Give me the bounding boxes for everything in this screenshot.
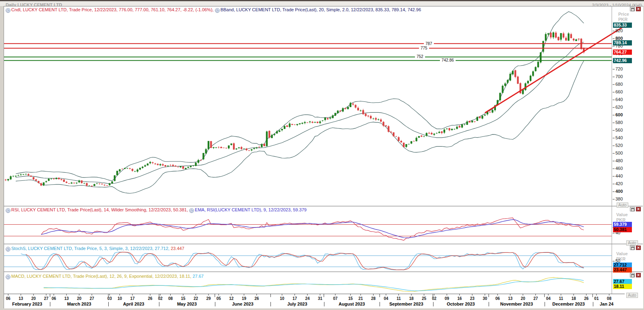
rsi-axis-title: Value: [616, 212, 644, 217]
day-tick-label: 03: [107, 296, 112, 301]
chart-canvas[interactable]: [0, 0, 644, 310]
day-tick-label: 01: [594, 296, 599, 301]
resistance-level-label-775[interactable]: 775: [419, 46, 429, 50]
price-tick-label: 520: [615, 143, 623, 148]
day-tick-label: 13: [508, 296, 512, 301]
support-level-label-742.86[interactable]: 742.86: [440, 58, 456, 62]
price-panel-controls: ✕: [630, 7, 642, 12]
day-tick-label: 17: [130, 296, 134, 301]
day-tick-label: 20: [521, 296, 525, 301]
rsi-panel-legend[interactable]: ◷RSI, LUCKY CEMENT LTD, Trade Price(Last…: [6, 207, 307, 213]
day-tick-label: 13: [19, 296, 23, 301]
day-tick-label: 09: [445, 296, 449, 301]
price-tick-label: 680: [615, 82, 623, 87]
bband-upper-price-tag: 835.33: [613, 23, 632, 28]
bollinger-upper-line: [16, 12, 584, 181]
date-axis-auto-button[interactable]: Auto: [626, 293, 638, 298]
rsi-ema-legend-text: EMA, RSI(LUCKY CEMENT LTD), 9, 12/22/202…: [195, 207, 307, 212]
bband-middle-price-tag: 789.14: [613, 40, 632, 45]
day-tick-label: 22: [194, 296, 198, 301]
month-separator: [50, 302, 50, 306]
close-icon[interactable]: ✕: [636, 207, 641, 211]
stoch-k-line: [21, 252, 584, 270]
day-tick-label: 05: [217, 296, 221, 301]
rsi-ema-line: [41, 219, 584, 238]
down-candle-wicks: [6, 31, 584, 187]
bband-legend-text: BBand, LUCKY CEMENT LTD, Trade Price(Las…: [221, 7, 421, 12]
rsi-ema-value-tag: 59.379: [613, 222, 632, 227]
stoch-d-legend-text: 23.447: [171, 246, 184, 251]
rsi-axis-auto-button[interactable]: Auto: [626, 240, 638, 246]
month-label: Jan 24: [600, 302, 613, 306]
day-tick-label: 27: [533, 296, 538, 301]
window-bottom-edge: [0, 308, 644, 310]
restore-icon[interactable]: [630, 207, 635, 211]
macd-signal-legend-text: 27.67: [192, 274, 204, 279]
macd-value-tag: 18.11: [613, 284, 632, 289]
rsi-panel-controls: ✕: [630, 207, 642, 212]
resistance-level-label-787[interactable]: 787: [424, 41, 434, 46]
price-axis-auto-button[interactable]: Auto: [617, 203, 628, 208]
bollinger-lower-line: [16, 61, 584, 193]
price-tick-label: 420: [615, 181, 623, 186]
candle-legend-text: Cndl, LUCKY CEMENT LTD, Trade Price, 12/…: [11, 7, 215, 12]
macd-panel-legend[interactable]: ◷MACD, LUCKY CEMENT LTD, Trade Price(Las…: [6, 274, 204, 279]
day-tick-label: 26: [584, 296, 588, 301]
day-tick-label: 06: [52, 296, 56, 301]
day-tick-label: 21: [358, 296, 363, 301]
price-axis-title: Price: [618, 12, 644, 17]
month-separator: [489, 302, 489, 306]
clock-icon: ◷: [6, 208, 10, 213]
month-separator: [108, 302, 109, 306]
close-icon[interactable]: ✕: [636, 273, 641, 277]
month-separator: [159, 302, 159, 306]
day-tick-label: 15: [181, 296, 185, 301]
day-tick-label: 28: [371, 296, 376, 301]
stoch-d-line: [26, 252, 584, 270]
day-tick-label: 26: [148, 296, 153, 301]
clock-icon: ◷: [189, 208, 194, 213]
price-tick-label: 400: [615, 189, 623, 194]
day-tick-label: 08: [607, 296, 611, 301]
restore-icon[interactable]: [630, 273, 635, 277]
day-tick-label: 24: [305, 296, 310, 301]
month-label: June 2023: [232, 302, 253, 306]
month-separator: [380, 302, 380, 306]
close-icon[interactable]: ✕: [636, 7, 641, 11]
stoch-panel-legend[interactable]: ◷StochS, LUCKY CEMENT LTD, Trade Price, …: [6, 246, 184, 252]
day-tick-label: 16: [457, 296, 462, 301]
day-tick-label: 20: [31, 296, 36, 301]
day-tick-label: 13: [64, 296, 69, 301]
price-tick-label: 480: [615, 158, 623, 163]
day-tick-label: 02: [432, 296, 436, 301]
stoch-panel-controls: ✕: [630, 246, 642, 250]
month-label: July 2023: [287, 302, 308, 306]
day-tick-label: 23: [470, 296, 475, 301]
clock-icon: ◷: [6, 247, 10, 252]
price-tick-label: 460: [615, 166, 623, 171]
month-separator: [433, 302, 433, 306]
month-separator: [324, 302, 324, 306]
support-level-label-752[interactable]: 752: [415, 54, 425, 59]
stoch-axis-title: Value: [616, 251, 644, 256]
month-label: March 2023: [67, 302, 91, 306]
price-tick-label: 700: [615, 74, 623, 79]
price-tick-label: 540: [615, 135, 623, 140]
rsi-legend-text: RSI, LUCKY CEMENT LTD, Trade Price(Last)…: [11, 207, 189, 212]
restore-icon[interactable]: [630, 246, 635, 250]
clock-icon: ◷: [215, 8, 220, 13]
day-tick-label: 10: [280, 296, 284, 301]
macd-panel-controls: ✕: [630, 273, 642, 278]
day-tick-label: 30: [483, 296, 487, 301]
month-label: September 2023: [389, 302, 423, 306]
restore-icon[interactable]: [630, 7, 635, 11]
day-tick-label: 31: [318, 296, 322, 301]
price-tick-label: 620: [615, 105, 623, 110]
close-icon[interactable]: ✕: [636, 246, 641, 250]
price-panel-legend[interactable]: ◷Cndl, LUCKY CEMENT LTD, Trade Price, 12…: [6, 7, 421, 13]
day-tick-label: 07: [333, 296, 337, 301]
bollinger-middle-line: [16, 42, 584, 184]
month-label: November 2023: [500, 302, 533, 306]
clock-icon: ◷: [6, 8, 10, 13]
day-tick-label: 25: [422, 296, 426, 301]
